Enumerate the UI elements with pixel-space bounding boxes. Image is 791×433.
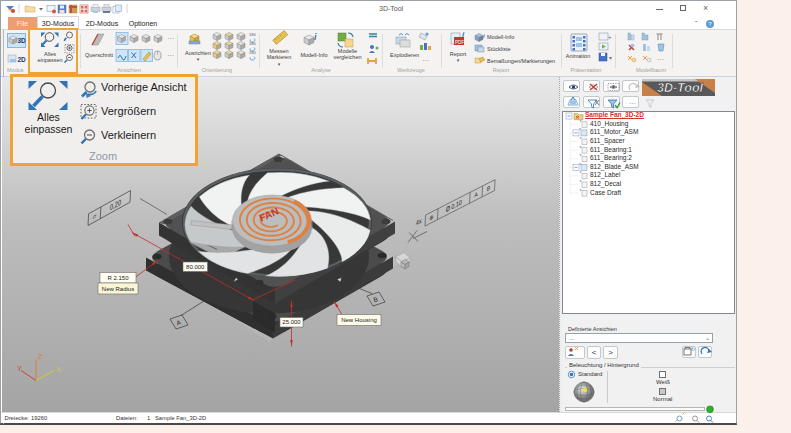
svg-text:⋯: ⋯ <box>629 100 636 107</box>
svg-text:PDF: PDF <box>455 40 464 45</box>
svg-text:A: A <box>176 318 183 326</box>
svg-text:Z: Z <box>38 352 43 359</box>
svg-text:80.000: 80.000 <box>186 263 205 269</box>
svg-text:i: i <box>462 30 465 39</box>
svg-text:i: i <box>483 33 485 39</box>
svg-text:Y: Y <box>17 364 22 371</box>
svg-text:▱: ▱ <box>92 211 96 220</box>
svg-text:⋯: ⋯ <box>422 57 429 64</box>
svg-text:+: + <box>608 34 612 40</box>
svg-text:4x: 4x <box>416 216 423 227</box>
svg-text:i: i <box>314 32 317 42</box>
svg-text:180: 180 <box>249 32 256 37</box>
svg-text:New Radius: New Radius <box>102 285 134 291</box>
svg-text:New Housing: New Housing <box>341 317 377 323</box>
svg-text:B: B <box>373 295 379 303</box>
svg-text:▾: ▾ <box>609 55 612 61</box>
svg-text:180: 180 <box>249 41 256 46</box>
svg-text:X: X <box>56 365 61 372</box>
svg-text:R 2.150: R 2.150 <box>107 274 129 280</box>
svg-text:A: A <box>474 190 478 198</box>
svg-text:180: 180 <box>249 50 256 55</box>
svg-text:⊕: ⊕ <box>429 213 433 222</box>
svg-text:⋯: ⋯ <box>167 35 174 42</box>
svg-text:25.000: 25.000 <box>282 319 301 325</box>
svg-text:B: B <box>487 184 491 192</box>
svg-text:⋯: ⋯ <box>167 52 174 59</box>
svg-text:⋯: ⋯ <box>657 56 664 63</box>
svg-text:↻: ↻ <box>691 346 695 352</box>
